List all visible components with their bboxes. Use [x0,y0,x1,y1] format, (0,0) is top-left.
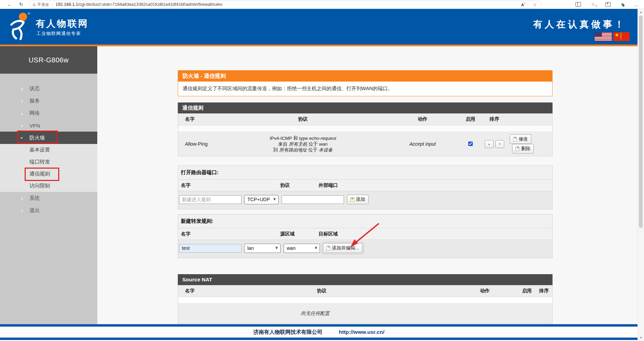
sidebar-item-basic-settings[interactable]: 基本设置 [0,144,97,156]
footer-url-link[interactable]: http://www.usr.cn/ [339,329,384,335]
sidebar-item-traffic-rules[interactable]: 通信规则 [0,168,97,180]
col-sort: 排序 [479,116,510,122]
open-ports-input-row: TCP+UDP + 添加 [178,191,552,209]
rule-action: Accept input [409,141,436,147]
source-zone-select-wrap: lan [244,244,281,253]
add-and-edit-button[interactable]: ✎ 添加并编辑... [323,243,362,253]
col-name: 名字 [178,182,280,188]
refresh-icon[interactable]: ↻ [19,2,23,7]
col-dest-zone: 目标区域 [319,231,387,237]
tab-groups-icon[interactable] [605,2,611,7]
sidebar-item-port-forwarding[interactable]: 端口转发 [0,156,97,168]
sidebar-item-network[interactable]: › 网络 [0,107,97,119]
sort-down-button[interactable]: ▼ [495,140,504,148]
source-zone-select[interactable]: lan [244,244,281,253]
protocol-select[interactable]: TCP+UDP [244,195,278,204]
col-external-port: 外部端口 [319,182,387,188]
col-source-zone: 源区域 [280,231,319,237]
col-name: 名字 [178,288,247,294]
open-ports-header: 名字 协议 外部端口 [178,180,552,191]
chevron-right-icon: › [21,86,23,91]
col-name: 名字 [178,231,280,237]
edit-rule-button[interactable]: ✎ 修改 [510,134,531,144]
not-secure-warning-icon: ⚠ [33,2,36,7]
sidebar-item-services[interactable]: › 服务 [0,95,97,107]
firewall-submenu: 基本设置 端口转发 通信规则 访问限制 [0,144,97,192]
open-ports-title: 打开路由器端口: [178,166,552,180]
rules-section-header: 通信规则 [178,102,553,113]
page-intro-box: 防火墙 - 通信规则 通信规则定义了不同区域间的流量传送，例如：拒绝一些主机之间… [178,70,553,96]
security-label: 不安全 [37,2,49,7]
rules-spacer-row [178,125,552,132]
external-port-input[interactable] [282,195,344,204]
sidebar: USR-G806w › 状态 › 服务 › 网络 › VPN › 防火墙 [0,46,97,324]
sidebar-item-firewall[interactable]: › 防火墙 [0,132,97,144]
dest-zone-select-wrap: wan [284,244,320,253]
rule-name: Allow-Ping [185,141,208,147]
main-content: 防火墙 - 通信规则 通信规则定义了不同区域间的流量传送，例如：拒绝一些主机之间… [97,46,638,324]
collections-icon[interactable]: ☆ [591,2,595,7]
forward-rule-header: 名字 源区域 目标区域 [178,228,552,240]
no-config-text: 尚无任何配置 [178,310,452,317]
address-bar[interactable]: ⚠ 不安全 | 192.168.1.1/cgi-bin/luci/;stok=7… [29,1,542,8]
chevron-right-icon: › [21,208,23,213]
rule-enable-checkbox[interactable] [468,142,473,146]
browser-essentials-icon[interactable]: ♥ [621,2,624,7]
url-host: 192.168.1.1 [55,2,78,7]
sidebar-item-vpn[interactable]: › VPN [0,119,97,132]
delete-rule-button[interactable]: ✕ 删除 [512,144,534,154]
scroll-down-arrow-icon[interactable]: ▼ [638,335,644,340]
col-protocol: 协议 [247,288,397,294]
forward-rule-title: 新建转发规则: [178,215,552,228]
footer-bottom-stripe [0,338,638,340]
edit-icon: ✎ [513,137,517,142]
footer-top-stripe [0,324,638,327]
header-slogan: 有人在认真做事！ [533,18,626,31]
back-icon[interactable]: ← [7,2,12,7]
snat-spacer-row [178,297,552,304]
footer-company: 济南有人物联网技术有限公司 [253,329,323,336]
us-flag-icon[interactable] [595,32,612,41]
usr-logo-icon: ® [9,11,32,43]
scrollbar-thumb[interactable] [639,15,643,228]
dest-zone-select[interactable]: wan [284,244,320,253]
forward-rule-name-input[interactable] [179,244,242,253]
app-header: ® 有人物联网 工业物联网通信专家 有人在认真做事！ ★ ★ ★★ ★ [0,9,638,46]
brand-subtitle: 工业物联网通信专家 [36,31,81,37]
svg-text:®: ® [28,12,30,15]
sidebar-item-system[interactable]: › 系统 [0,192,97,204]
split-screen-icon[interactable] [575,2,581,7]
rule-protocol: IPv4-ICMP 和 type echo-request 来自 所有主机 位于… [223,135,383,153]
favorite-star-icon[interactable]: ☆ [533,2,537,7]
page-scrollbar[interactable]: ▲ ▼ [637,9,644,341]
chevron-right-icon: › [21,123,23,128]
new-rule-name-input[interactable] [179,195,242,204]
sidebar-item-logout[interactable]: › 退出 [0,204,97,217]
snat-empty-row: 尚无任何配置 [178,304,552,324]
col-name: 名字 [178,116,223,122]
col-sort: 排序 [536,288,552,294]
read-aloud-icon[interactable]: A” [521,2,525,7]
rules-table-header: 名字 协议 动作 启用 排序 [178,113,552,125]
col-action: 动作 [452,288,518,294]
settings-more-icon[interactable]: … [634,2,639,7]
browser-toolbar: ← ↻ ⚠ 不安全 | 192.168.1.1/cgi-bin/luci/;st… [0,0,644,9]
rule-row-allow-ping: Allow-Ping IPv4-ICMP 和 type echo-request… [178,132,552,156]
page-description: 通信规则定义了不同区域间的流量传送，例如：拒绝一些主机之间的通信、打开到WAN的… [178,82,552,96]
sidebar-item-status[interactable]: › 状态 [0,82,97,95]
add-port-rule-button[interactable]: + 添加 [347,195,369,204]
snat-table: 名字 协议 动作 启用 排序 尚无任何配置 [178,285,553,324]
chevron-right-icon: › [21,196,23,201]
snat-table-header: 名字 协议 动作 启用 排序 [178,285,552,297]
col-protocol: 协议 [223,116,383,122]
delete-icon: ✕ [516,147,519,151]
snat-section-header: Source NAT [178,274,553,285]
cn-flag-icon[interactable]: ★ ★ ★★ ★ [613,32,630,41]
page-footer: 济南有人物联网技术有限公司 http://www.usr.cn/ [0,324,638,340]
edit-icon: ✎ [326,246,330,251]
sort-up-button[interactable]: ▲ [485,140,494,148]
chevron-down-icon: › [20,137,25,139]
rules-table: 名字 协议 动作 启用 排序 Allow-Ping IPv4-ICMP 和 ty… [178,113,553,156]
scroll-up-arrow-icon[interactable]: ▲ [638,9,644,15]
sidebar-item-access-restriction[interactable]: 访问限制 [0,180,97,192]
